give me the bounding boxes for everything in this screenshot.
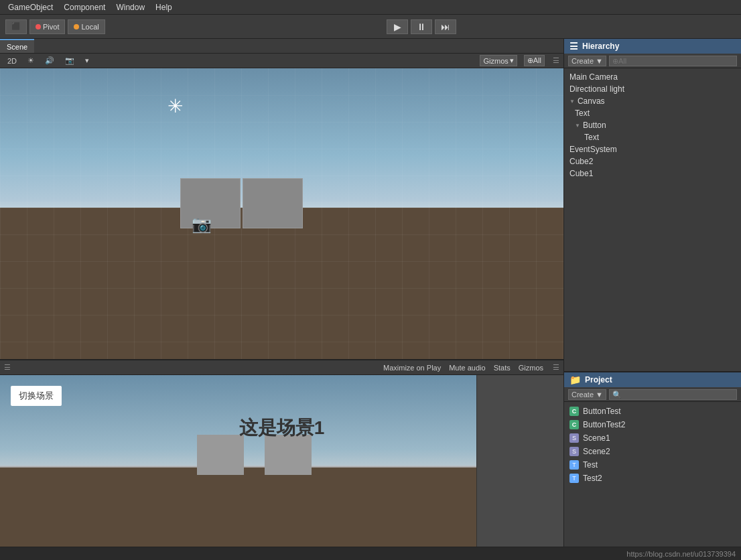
scene1-icon: S <box>569 433 579 443</box>
pivot-btn[interactable]: Pivot <box>29 19 65 34</box>
eventsystem-label: EventSystem <box>569 145 617 154</box>
local-btn[interactable]: Local <box>68 19 105 34</box>
pivot-label: Pivot <box>43 23 59 31</box>
directional-light-icon: ✳ <box>167 95 189 117</box>
project-title: Project <box>585 375 612 384</box>
hier-item-text-2[interactable]: Text <box>564 131 741 143</box>
project-create-btn[interactable]: Create ▼ <box>568 389 606 400</box>
menu-gameobject[interactable]: GameObject <box>3 1 58 13</box>
buttontest2-label: ButtonTest2 <box>583 420 625 429</box>
project-panel: 📁 Project Create ▼ C ButtonTest C Button… <box>564 372 741 560</box>
playback-controls: ▶ ⏸ ⏭ <box>108 19 736 34</box>
switch-scene-button[interactable]: 切换场景 <box>11 386 62 406</box>
all-dropdown[interactable]: ⊕All <box>524 55 545 66</box>
status-url: https://blog.csdn.net/u013739394 <box>626 550 736 558</box>
step-button[interactable]: ⏭ <box>435 19 456 34</box>
hier-item-cube2[interactable]: Cube2 <box>564 155 741 167</box>
scene-title-text: 这是场景1 <box>239 415 325 441</box>
main-layout: Scene 2D ☀ 🔊 📷 ▾ Gizmos ▾ ⊕All ☰ <box>0 39 741 560</box>
game-toolbar: ☰ Maximize on Play Mute audio Stats Gizm… <box>0 360 563 375</box>
extra-tool-btn[interactable]: ▾ <box>82 55 92 66</box>
scene-options-icon[interactable]: ☰ <box>553 56 559 65</box>
test2-icon: T <box>569 474 579 483</box>
proj-item-scene2[interactable]: S Scene2 <box>564 445 741 458</box>
sun-tool-btn[interactable]: ☀ <box>24 55 38 66</box>
play-button[interactable]: ▶ <box>387 19 408 34</box>
cube2-object <box>243 178 303 228</box>
project-header: 📁 Project <box>564 372 741 387</box>
button-label: Button <box>583 121 606 130</box>
game-gizmos-btn[interactable]: Gizmos <box>517 363 545 372</box>
proj-item-scene1[interactable]: S Scene1 <box>564 431 741 445</box>
text-1-label: Text <box>575 109 590 118</box>
buttontest-label: ButtonTest <box>583 407 621 416</box>
hierarchy-search[interactable] <box>609 56 737 66</box>
local-label: Local <box>81 23 98 31</box>
test-label: Test <box>583 460 598 470</box>
canvas-label: Canvas <box>578 96 605 106</box>
buttontest2-icon: C <box>569 420 579 429</box>
status-bar: https://blog.csdn.net/u013739394 <box>0 547 741 560</box>
test2-label: Test2 <box>583 474 602 483</box>
hierarchy-toolbar: Create ▼ <box>564 54 741 68</box>
scene-view[interactable]: ✳ 📷 <box>0 68 563 359</box>
audio-tool-btn[interactable]: 🔊 <box>42 55 58 66</box>
button-expand-icon: ▼ <box>575 123 580 129</box>
scene-toolbar: 2D ☀ 🔊 📷 ▾ Gizmos ▾ ⊕All ☰ <box>0 54 563 68</box>
hierarchy-list: Main Camera Directional light ▼ Canvas T… <box>564 68 741 371</box>
menu-help[interactable]: Help <box>150 1 178 13</box>
mute-audio-btn[interactable]: Mute audio <box>448 363 486 372</box>
hier-item-main-camera[interactable]: Main Camera <box>564 71 741 83</box>
pause-button[interactable]: ⏸ <box>411 19 432 34</box>
camera-tool-btn[interactable]: 📷 <box>62 55 78 66</box>
main-camera-label: Main Camera <box>569 72 618 82</box>
tab-scene[interactable]: Scene <box>0 39 34 53</box>
hier-item-eventsystem[interactable]: EventSystem <box>564 143 741 155</box>
hier-item-cube1[interactable]: Cube1 <box>564 167 741 180</box>
game-panel-menu[interactable]: ☰ <box>4 363 11 372</box>
menu-bar: GameObject Component Window Help <box>0 0 741 15</box>
menu-window[interactable]: Window <box>111 1 150 13</box>
scene-ground <box>0 208 563 359</box>
proj-item-buttontest2[interactable]: C ButtonTest2 <box>564 418 741 431</box>
cube2-label: Cube2 <box>569 157 593 166</box>
transform-handle-btn[interactable]: ⬛ <box>5 19 27 34</box>
stats-btn[interactable]: Stats <box>492 363 512 372</box>
project-list: C ButtonTest C ButtonTest2 S Scene1 S Sc… <box>564 402 741 560</box>
scene-panel-tabs: Scene <box>0 39 563 54</box>
local-dot <box>74 24 79 29</box>
hier-item-canvas[interactable]: ▼ Canvas <box>564 95 741 107</box>
text-2-label: Text <box>584 133 599 142</box>
game-view[interactable]: 切换场景 这是场景1 <box>0 375 563 560</box>
hierarchy-panel: ☰ Hierarchy Create ▼ Main Camera Directi… <box>564 39 741 372</box>
hier-item-button[interactable]: ▼ Button <box>564 119 741 131</box>
hierarchy-icon: ☰ <box>569 41 578 52</box>
main-toolbar: ⬛ Pivot Local ▶ ⏸ ⏭ <box>0 15 741 39</box>
proj-item-test[interactable]: T Test <box>564 458 741 472</box>
transform-icon: ⬛ <box>11 22 21 31</box>
2d-btn[interactable]: 2D <box>4 56 20 66</box>
proj-item-buttontest[interactable]: C ButtonTest <box>564 405 741 418</box>
menu-component[interactable]: Component <box>58 1 111 13</box>
proj-item-test2[interactable]: T Test2 <box>564 472 741 485</box>
hierarchy-header: ☰ Hierarchy <box>564 39 741 54</box>
game-right-edge <box>476 375 563 560</box>
project-search[interactable] <box>609 389 737 400</box>
hierarchy-create-btn[interactable]: Create ▼ <box>568 56 606 66</box>
directional-light-label: Directional light <box>569 84 624 94</box>
project-icon: 📁 <box>569 374 581 385</box>
hier-item-directional-light[interactable]: Directional light <box>564 83 741 95</box>
scene2-icon: S <box>569 447 579 456</box>
gizmos-label: Gizmos <box>483 57 508 65</box>
maximize-on-play-btn[interactable]: Maximize on Play <box>382 363 442 372</box>
gizmos-dropdown[interactable]: Gizmos ▾ <box>480 55 517 66</box>
gizmos-arrow: ▾ <box>510 56 514 65</box>
game-cube1 <box>197 435 244 475</box>
buttontest-icon: C <box>569 407 579 416</box>
all-label: ⊕All <box>527 56 541 65</box>
project-toolbar: Create ▼ <box>564 387 741 402</box>
hier-item-text-1[interactable]: Text <box>564 107 741 119</box>
game-options-icon[interactable]: ☰ <box>553 363 559 372</box>
right-panel: ☰ Hierarchy Create ▼ Main Camera Directi… <box>564 39 741 560</box>
game-panel: ☰ Maximize on Play Mute audio Stats Gizm… <box>0 359 564 560</box>
